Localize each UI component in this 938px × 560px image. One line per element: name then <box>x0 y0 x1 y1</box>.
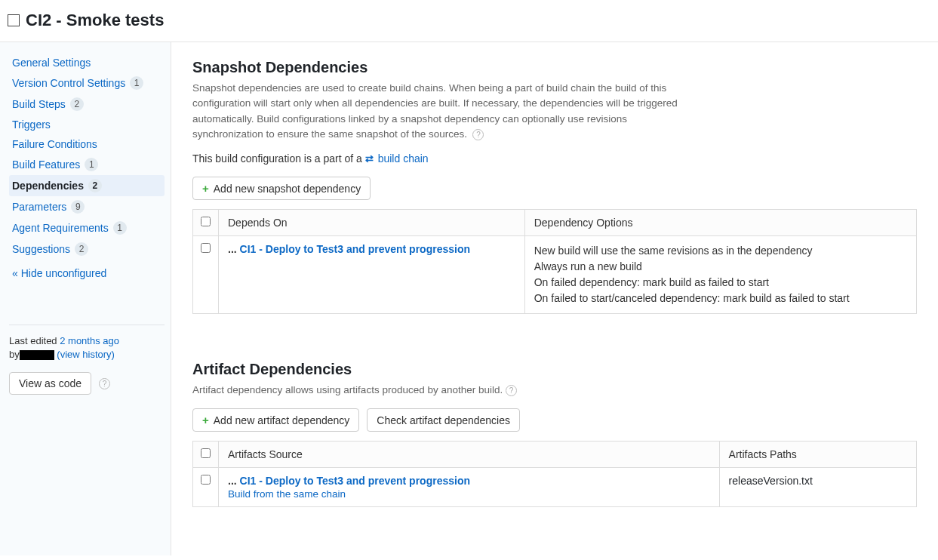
count-badge: 1 <box>85 158 98 171</box>
sidebar-item-failure-conditions[interactable]: Failure Conditions <box>9 134 165 154</box>
sidebar-item-label: Build Features <box>12 158 80 171</box>
dependency-link[interactable]: CI1 - Deploy to Test3 and prevent progre… <box>240 243 470 255</box>
sidebar-item-suggestions[interactable]: Suggestions2 <box>9 238 165 260</box>
col-depends-on: Depends On <box>219 210 525 236</box>
sidebar-item-dependencies[interactable]: Dependencies2 <box>9 175 165 196</box>
sidebar-meta: Last edited 2 months ago by (view histor… <box>9 325 165 395</box>
hide-unconfigured-link[interactable]: « Hide unconfigured <box>9 260 165 279</box>
help-icon[interactable]: ? <box>472 129 484 140</box>
build-chain-line: This build configuration is a part of a … <box>192 152 917 165</box>
table-row: ... CI1 - Deploy to Test3 and prevent pr… <box>193 468 917 507</box>
sidebar-item-agent-requirements[interactable]: Agent Requirements1 <box>9 217 165 238</box>
sidebar-item-triggers[interactable]: Triggers <box>9 115 165 134</box>
button-label: Add new artifact dependency <box>214 414 350 426</box>
sidebar-item-label: Triggers <box>12 118 51 131</box>
artifact-deps-desc: Artifact dependency allows using artifac… <box>192 383 683 398</box>
sidebar-item-vcs-settings[interactable]: Version Control Settings1 <box>9 72 165 94</box>
by-prefix: by <box>9 349 20 360</box>
count-badge: 2 <box>88 179 102 192</box>
last-edited-prefix: Last edited <box>9 335 60 346</box>
sidebar-item-label: Suggestions <box>12 243 70 255</box>
col-dependency-options: Dependency Options <box>524 210 916 236</box>
sidebar-item-label: Failure Conditions <box>12 138 97 150</box>
table-header-row: Depends On Dependency Options <box>193 210 917 236</box>
check-artifact-dependencies-button[interactable]: Check artifact dependencies <box>367 408 520 432</box>
sidebar-item-general-settings[interactable]: General Settings <box>9 53 165 72</box>
option-line: On failed to start/canceled dependency: … <box>534 291 907 306</box>
option-line: Always run a new build <box>534 259 907 275</box>
row-prefix: ... <box>228 475 240 487</box>
sidebar-item-label: Dependencies <box>12 180 84 192</box>
project-icon <box>8 14 20 26</box>
button-label: Add new snapshot dependency <box>214 183 361 195</box>
last-edited-info: Last edited 2 months ago by (view histor… <box>9 334 165 362</box>
sidebar-item-build-features[interactable]: Build Features1 <box>9 154 165 175</box>
count-badge: 1 <box>113 221 127 235</box>
dependency-link[interactable]: CI1 - Deploy to Test3 and prevent progre… <box>240 475 470 487</box>
main-content: Snapshot Dependencies Snapshot dependenc… <box>171 42 938 555</box>
count-badge: 2 <box>70 97 84 111</box>
option-line: New build will use the same revisions as… <box>534 243 907 259</box>
chain-icon: ⇄ <box>365 153 374 165</box>
redacted-username <box>20 350 54 360</box>
add-snapshot-dependency-button[interactable]: + Add new snapshot dependency <box>192 177 371 200</box>
sidebar-item-label: Parameters <box>12 201 66 213</box>
sidebar-item-label: Agent Requirements <box>12 222 109 234</box>
table-header-row: Artifacts Source Artifacts Paths <box>193 442 917 468</box>
sidebar-item-build-steps[interactable]: Build Steps2 <box>9 94 165 115</box>
dependency-options-cell: New build will use the same revisions as… <box>524 236 916 314</box>
view-history-link[interactable]: (view history) <box>57 349 115 360</box>
artifacts-paths-cell: releaseVersion.txt <box>719 468 916 507</box>
snapshot-deps-title: Snapshot Dependencies <box>192 59 917 76</box>
chain-prefix: This build configuration is a part of a <box>192 152 365 165</box>
snapshot-deps-desc: Snapshot dependencies are used to create… <box>192 81 683 142</box>
build-chain-sublink[interactable]: Build from the same chain <box>228 488 710 500</box>
count-badge: 9 <box>71 200 85 214</box>
plus-icon: + <box>202 414 209 426</box>
col-artifacts-source: Artifacts Source <box>219 442 720 468</box>
artifact-deps-title: Artifact Dependencies <box>192 361 917 378</box>
page-header: CI2 - Smoke tests <box>0 0 938 42</box>
table-row: ... CI1 - Deploy to Test3 and prevent pr… <box>193 236 917 314</box>
view-as-code-button[interactable]: View as code <box>9 372 91 395</box>
last-edited-time[interactable]: 2 months ago <box>60 335 119 346</box>
select-all-checkbox[interactable] <box>201 217 211 226</box>
option-line: On failed dependency: mark build as fail… <box>534 275 907 291</box>
snapshot-deps-table: Depends On Dependency Options ... CI1 - … <box>192 209 917 314</box>
plus-icon: + <box>202 182 209 195</box>
row-checkbox[interactable] <box>201 243 211 253</box>
help-icon[interactable]: ? <box>506 385 517 396</box>
row-prefix: ... <box>228 243 240 255</box>
count-badge: 1 <box>130 76 143 90</box>
col-artifacts-paths: Artifacts Paths <box>719 442 916 468</box>
row-checkbox[interactable] <box>201 475 211 485</box>
sidebar-item-label: General Settings <box>12 57 91 69</box>
sidebar-nav: General Settings Version Control Setting… <box>9 53 165 260</box>
artifact-deps-table: Artifacts Source Artifacts Paths ... CI1… <box>192 441 917 507</box>
add-artifact-dependency-button[interactable]: + Add new artifact dependency <box>192 408 359 432</box>
button-label: Check artifact dependencies <box>377 414 510 426</box>
sidebar-item-label: Build Steps <box>12 98 66 110</box>
sidebar-item-label: Version Control Settings <box>12 77 125 89</box>
count-badge: 2 <box>75 242 88 256</box>
button-label: View as code <box>19 377 81 389</box>
sidebar: General Settings Version Control Setting… <box>0 42 171 555</box>
select-all-checkbox[interactable] <box>201 448 211 458</box>
help-icon[interactable]: ? <box>99 378 110 389</box>
build-chain-link[interactable]: build chain <box>378 152 429 165</box>
sidebar-item-parameters[interactable]: Parameters9 <box>9 196 165 217</box>
page-title: CI2 - Smoke tests <box>26 11 164 30</box>
